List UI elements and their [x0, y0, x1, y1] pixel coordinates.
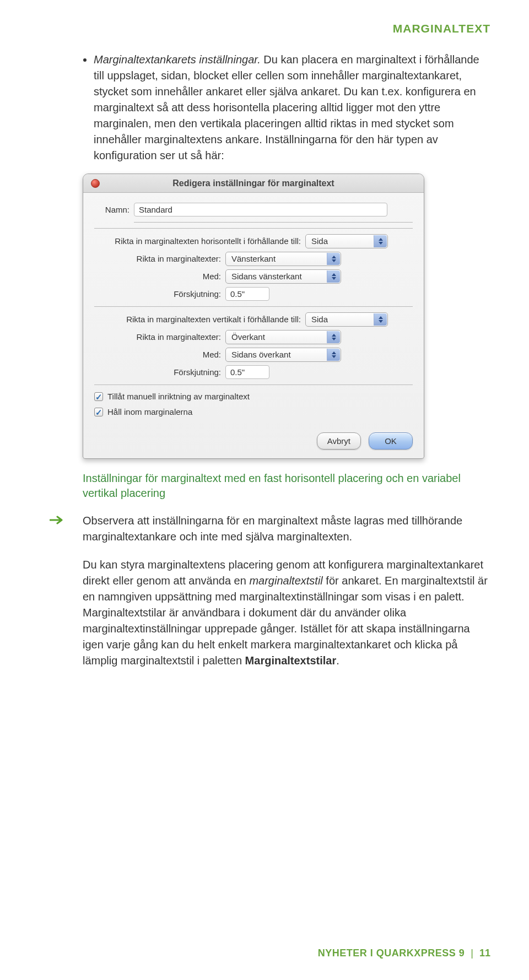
chevron-updown-icon: [327, 349, 340, 361]
para2-e: .: [336, 654, 339, 667]
note-paragraph: Observera att inställningarna för en mar…: [83, 513, 490, 545]
chevron-updown-icon: [327, 270, 340, 283]
h-with-value: Sidans vänsterkant: [231, 270, 302, 283]
allow-manual-checkbox[interactable]: Tillåt manuell inriktning av marginaltex…: [94, 391, 413, 403]
name-field[interactable]: Standard: [134, 203, 387, 216]
h-with-select[interactable]: Sidans vänsterkant: [225, 269, 341, 284]
h-rel-value: Sida: [311, 235, 328, 247]
chevron-updown-icon: [374, 235, 387, 247]
bullet-item: Marginaltextankarets inställningar. Du k…: [94, 52, 490, 164]
dialog-titlebar: Redigera inställningar för marginaltext: [83, 174, 424, 193]
bullet-body: Du kan placera en marginaltext i förhåll…: [94, 53, 479, 161]
keep-within-checkbox[interactable]: Håll inom marginalerna: [94, 406, 413, 418]
keep-within-label: Håll inom marginalerna: [107, 406, 192, 418]
para2-c: för ankaret. En marginaltextstil är en n…: [83, 575, 488, 667]
h-with-label: Med:: [94, 270, 221, 283]
v-align-value: Överkant: [231, 331, 265, 343]
checkbox-icon: [94, 408, 103, 416]
figure-caption: Inställningar för marginaltext med en fa…: [83, 471, 490, 501]
footer-page-number: 11: [479, 947, 490, 959]
allow-manual-label: Tillåt manuell inriktning av marginaltex…: [107, 391, 250, 403]
page-footer: NYHETER I QUARKXPRESS 9 | 11: [318, 947, 490, 959]
v-with-value: Sidans överkant: [231, 349, 291, 361]
h-offset-label: Förskjutning:: [94, 288, 221, 300]
note-arrow-icon: [50, 515, 66, 525]
v-rel-select[interactable]: Sida: [305, 312, 388, 327]
chevron-updown-icon: [374, 313, 387, 326]
chevron-updown-icon: [327, 253, 340, 265]
h-align-label: Rikta in marginaltexter:: [94, 253, 221, 265]
settings-dialog: Redigera inställningar för marginaltext …: [83, 174, 424, 459]
checkbox-icon: [94, 392, 103, 401]
v-align-label: Rikta in marginaltexter:: [94, 331, 221, 343]
footer-separator: |: [471, 947, 473, 959]
h-rel-select[interactable]: Sida: [305, 234, 388, 248]
v-with-label: Med:: [94, 349, 221, 361]
h-align-select[interactable]: Vänsterkant: [225, 252, 341, 266]
v-offset-label: Förskjutning:: [94, 366, 221, 378]
close-icon[interactable]: [91, 179, 100, 188]
footer-brand: NYHETER I QUARKXPRESS 9: [318, 947, 465, 959]
v-with-select[interactable]: Sidans överkant: [225, 348, 341, 362]
h-rel-label: Rikta in marginaltexten horisontellt i f…: [94, 235, 301, 247]
para2-d: Marginaltextstilar: [245, 654, 337, 667]
v-offset-field[interactable]: 0.5": [225, 365, 269, 379]
para2-b: marginaltextstil: [249, 575, 322, 587]
chevron-updown-icon: [327, 331, 340, 343]
name-label: Namn:: [94, 204, 129, 216]
ok-button[interactable]: OK: [369, 432, 413, 450]
section-heading: MARGINALTEXT: [66, 22, 490, 35]
h-align-value: Vänsterkant: [231, 253, 276, 265]
dialog-title: Redigera inställningar för marginaltext: [172, 177, 334, 189]
v-rel-value: Sida: [311, 313, 328, 326]
cancel-button[interactable]: Avbryt: [317, 432, 361, 450]
h-offset-field[interactable]: 0.5": [225, 287, 269, 301]
v-rel-label: Rikta in marginaltexten vertikalt i förh…: [94, 313, 301, 326]
v-align-select[interactable]: Överkant: [225, 330, 341, 344]
body-paragraph: Du kan styra marginaltextens placering g…: [83, 557, 490, 669]
bullet-emphasis: Marginaltextankarets inställningar.: [94, 53, 261, 66]
